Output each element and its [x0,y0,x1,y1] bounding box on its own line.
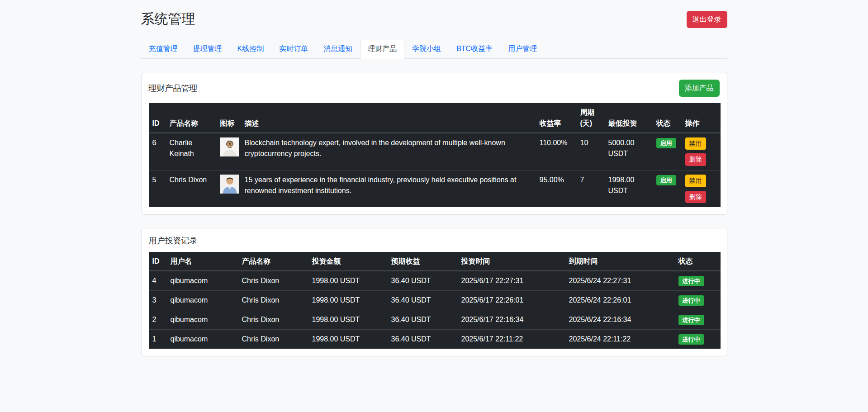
investment-id: 4 [149,271,167,291]
main-container: 系统管理 退出登录 充值管理 提现管理 K线控制 实时订单 消息通知 理财产品 … [141,0,727,356]
investment-time: 2025/6/17 22:16:34 [458,310,565,329]
investments-card-header: 用户投资记录 [149,236,720,246]
investment-expected-return: 36.40 USDT [388,290,458,310]
col-actions: 操作 [682,103,721,133]
investment-expected-return: 36.40 USDT [388,329,458,349]
status-badge-enabled: 启用 [656,138,676,148]
investment-amount: 1998.00 USDT [308,290,388,310]
investment-row: 3 qibumacom Chris Dixon 1998.00 USDT 36.… [149,290,721,310]
product-min-investment: 1998.00 USDT [605,170,653,207]
col-rate: 收益率 [536,103,577,133]
product-name: Charlie Keinath [166,133,217,170]
status-badge-enabled: 启用 [656,175,676,185]
col-period-days: 周期(天) [577,103,605,133]
products-card-header: 理财产品管理 添加产品 [149,80,720,97]
col-description: 描述 [241,103,536,133]
status-badge-in-progress: 进行中 [678,295,704,306]
investment-product: Chris Dixon [238,310,308,329]
tab-message-notifications[interactable]: 消息通知 [316,39,360,59]
tab-bar: 充值管理 提现管理 K线控制 实时订单 消息通知 理财产品 学院小组 BTC收益… [141,39,727,59]
col-id: ID [149,103,166,133]
investment-product: Chris Dixon [238,290,308,310]
investment-username: qibumacom [167,290,238,310]
col-username: 用户名 [167,252,238,271]
investment-expected-return: 36.40 USDT [388,271,458,291]
investment-expire-time: 2025/6/24 22:16:34 [565,310,675,329]
col-id: ID [149,252,167,271]
product-row: 5 Chris Dixon 15 [149,170,721,207]
page-header: 系统管理 退出登录 [141,11,727,39]
investment-expire-time: 2025/6/24 22:27:31 [565,271,675,291]
investment-row: 4 qibumacom Chris Dixon 1998.00 USDT 36.… [149,271,721,291]
tab-realtime-orders[interactable]: 实时订单 [271,39,316,59]
investment-amount: 1998.00 USDT [308,271,388,291]
male-avatar-glasses-icon [220,137,239,156]
investment-product: Chris Dixon [238,271,308,291]
investment-row: 1 qibumacom Chris Dixon 1998.00 USDT 36.… [149,329,721,349]
products-card: 理财产品管理 添加产品 ID 产品名称 图标 描述 收益率 周期(天) 最低投资… [141,72,727,215]
investments-card-title: 用户投资记录 [149,236,198,246]
product-actions: 禁用 删除 [685,137,717,166]
tab-financial-products[interactable]: 理财产品 [360,39,404,59]
investment-username: qibumacom [167,310,238,329]
product-description: Blockchain technology expert, involved i… [241,133,536,170]
add-product-button[interactable]: 添加产品 [679,80,720,97]
tab-kline-control[interactable]: K线控制 [230,39,272,59]
products-table: ID 产品名称 图标 描述 收益率 周期(天) 最低投资 状态 操作 6 Cha… [149,103,721,207]
product-actions: 禁用 删除 [685,175,717,203]
product-rate: 110.00% [536,133,577,170]
tab-withdrawal-management[interactable]: 提现管理 [185,39,230,59]
page-title: 系统管理 [141,11,195,27]
col-min-investment: 最低投资 [605,103,653,133]
disable-product-button[interactable]: 禁用 [685,137,706,150]
investments-card: 用户投资记录 ID 用户名 产品名称 投资金额 预期收益 投资时间 到期时间 状… [141,228,727,356]
investment-id: 3 [149,290,167,310]
product-description: 15 years of experience in the financial … [241,170,536,207]
col-product-name: 产品名称 [238,252,308,271]
product-period: 7 [577,170,605,207]
investment-username: qibumacom [167,271,238,291]
investment-row: 2 qibumacom Chris Dixon 1998.00 USDT 36.… [149,310,721,329]
investment-amount: 1998.00 USDT [308,310,388,329]
investment-expire-time: 2025/6/24 22:26:01 [565,290,675,310]
investment-expected-return: 36.40 USDT [388,310,458,329]
col-invest-amount: 投资金额 [308,252,388,271]
product-min-investment: 5000.00 USDT [605,133,653,170]
investment-id: 1 [149,329,167,349]
status-badge-in-progress: 进行中 [678,276,704,286]
disable-product-button[interactable]: 禁用 [685,175,706,187]
status-badge-in-progress: 进行中 [678,315,704,325]
product-name: Chris Dixon [166,170,217,207]
tab-academy-group[interactable]: 学院小组 [404,39,449,59]
investment-product: Chris Dixon [238,329,308,349]
male-avatar-blue-shirt-icon [220,175,239,194]
col-icon: 图标 [217,103,241,133]
investment-time: 2025/6/17 22:11:22 [458,329,565,349]
delete-product-button[interactable]: 删除 [685,191,706,204]
tab-btc-yield[interactable]: BTC收益率 [449,39,500,59]
product-rate: 95.00% [536,170,577,207]
tab-user-management[interactable]: 用户管理 [500,39,545,59]
investment-amount: 1998.00 USDT [308,329,388,349]
status-badge-in-progress: 进行中 [678,334,704,345]
product-id: 5 [149,170,166,207]
investment-time: 2025/6/17 22:27:31 [458,271,565,291]
investments-table: ID 用户名 产品名称 投资金额 预期收益 投资时间 到期时间 状态 4 qib… [149,252,721,349]
products-table-header-row: ID 产品名称 图标 描述 收益率 周期(天) 最低投资 状态 操作 [149,103,721,133]
delete-product-button[interactable]: 删除 [685,153,706,166]
investment-expire-time: 2025/6/24 22:11:22 [565,329,675,349]
col-product-name: 产品名称 [166,103,217,133]
investment-id: 2 [149,310,167,329]
investments-table-header-row: ID 用户名 产品名称 投资金额 预期收益 投资时间 到期时间 状态 [149,252,721,271]
col-status: 状态 [675,252,721,271]
col-status: 状态 [653,103,682,133]
products-card-title: 理财产品管理 [149,83,198,94]
product-row: 6 Charlie Keinath [149,133,721,170]
product-id: 6 [149,133,166,170]
col-expected-return: 预期收益 [388,252,458,271]
col-invest-time: 投资时间 [458,252,565,271]
investment-username: qibumacom [167,329,238,349]
logout-button[interactable]: 退出登录 [687,11,727,28]
tab-recharge-management[interactable]: 充值管理 [141,39,185,59]
investment-time: 2025/6/17 22:26:01 [458,290,565,310]
